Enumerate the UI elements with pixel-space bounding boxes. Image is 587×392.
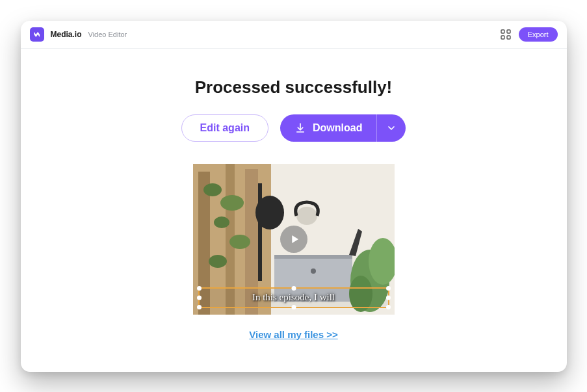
svg-point-19 bbox=[311, 268, 316, 274]
download-label: Download bbox=[313, 122, 362, 134]
export-button[interactable]: Export bbox=[519, 27, 558, 42]
svg-rect-0 bbox=[501, 30, 504, 33]
main-content: Processed successfully! Edit again Downl… bbox=[21, 49, 567, 372]
svg-rect-15 bbox=[258, 183, 262, 281]
download-dropdown-button[interactable] bbox=[376, 114, 406, 142]
svg-point-11 bbox=[214, 216, 229, 228]
resize-handle[interactable] bbox=[291, 305, 296, 309]
download-icon bbox=[294, 122, 306, 134]
media-logo-icon bbox=[33, 30, 42, 39]
resize-handle[interactable] bbox=[386, 295, 391, 300]
header-left: Media.io Video Editor bbox=[30, 27, 127, 42]
download-button[interactable]: Download bbox=[280, 114, 376, 142]
app-window: Media.io Video Editor Export Processed s… bbox=[21, 21, 567, 372]
svg-point-16 bbox=[255, 196, 284, 229]
header-right: Export bbox=[501, 27, 558, 42]
resize-handle[interactable] bbox=[386, 286, 391, 291]
download-button-group: Download bbox=[280, 114, 406, 142]
play-button[interactable] bbox=[280, 226, 307, 253]
success-title: Processed successfully! bbox=[195, 77, 393, 98]
resize-handle[interactable] bbox=[197, 286, 202, 291]
svg-rect-18 bbox=[274, 255, 352, 259]
svg-rect-3 bbox=[507, 36, 510, 39]
svg-point-12 bbox=[229, 235, 250, 249]
svg-point-20 bbox=[296, 207, 317, 225]
action-button-row: Edit again Download bbox=[181, 114, 406, 142]
svg-rect-1 bbox=[507, 30, 510, 33]
view-all-files-link[interactable]: View all my files >> bbox=[249, 329, 337, 340]
caption-selection-box[interactable]: In this episode, I will bbox=[198, 287, 389, 308]
resize-handle[interactable] bbox=[197, 295, 202, 300]
caption-text: In this episode, I will bbox=[252, 292, 335, 302]
svg-point-10 bbox=[220, 195, 244, 211]
video-preview[interactable]: In this episode, I will bbox=[193, 164, 395, 315]
svg-rect-2 bbox=[501, 36, 504, 39]
app-subtitle: Video Editor bbox=[88, 31, 127, 38]
svg-point-13 bbox=[209, 255, 227, 268]
chevron-down-icon bbox=[386, 123, 397, 133]
brand-logo[interactable] bbox=[30, 27, 44, 42]
svg-point-9 bbox=[203, 183, 222, 196]
edit-again-button[interactable]: Edit again bbox=[181, 114, 268, 142]
resize-handle[interactable] bbox=[291, 286, 296, 291]
apps-grid-icon[interactable] bbox=[501, 29, 511, 40]
header-bar: Media.io Video Editor Export bbox=[21, 21, 567, 49]
resize-handle[interactable] bbox=[386, 305, 391, 309]
resize-handle[interactable] bbox=[197, 305, 202, 309]
brand-name: Media.io bbox=[51, 30, 82, 39]
play-icon bbox=[289, 233, 300, 245]
